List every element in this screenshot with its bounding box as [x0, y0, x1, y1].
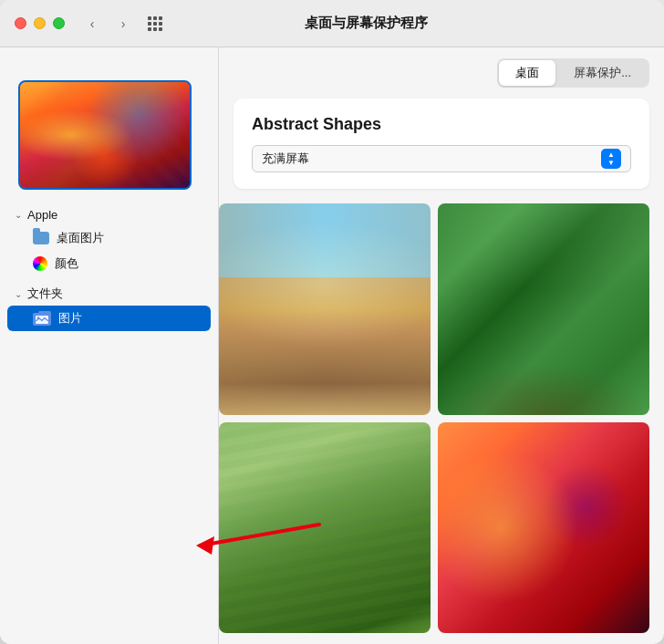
minimize-button[interactable]: [34, 17, 46, 29]
sidebar: ⌄ Apple 桌面图片 颜色 ⌄ 文件夹: [0, 47, 219, 644]
sidebar-item-pictures[interactable]: 图片: [7, 306, 211, 331]
chevron-down-icon-2: ⌄: [15, 289, 22, 299]
chevron-down-icon: ⌄: [15, 210, 22, 220]
traffic-lights: [15, 17, 65, 29]
sidebar-item-desktop-pics-label: 桌面图片: [57, 230, 104, 246]
tab-screensaver[interactable]: 屏幕保护...: [557, 60, 648, 86]
main-content: ⌄ Apple 桌面图片 颜色 ⌄ 文件夹: [0, 47, 664, 644]
tabs-container: 桌面 屏幕保护...: [497, 58, 649, 88]
sidebar-item-colors-label: 颜色: [55, 255, 78, 272]
preview-image: [20, 82, 190, 188]
gallery-image-4: [438, 422, 649, 634]
sidebar-item-pictures-label: 图片: [58, 310, 82, 327]
gallery-grid: [219, 203, 649, 633]
gallery-item-1[interactable]: [219, 203, 431, 415]
right-panel: 桌面 屏幕保护... Abstract Shapes 充满屏幕 ▲ ▼: [219, 47, 664, 644]
tab-desktop[interactable]: 桌面: [499, 60, 555, 86]
colorwheel-icon: [33, 256, 47, 271]
gallery-image-2: [438, 203, 649, 415]
content-card: Abstract Shapes 充满屏幕 ▲ ▼: [233, 99, 649, 189]
fill-selector: 充满屏幕 ▲ ▼: [252, 145, 631, 172]
pictures-folder-icon: [33, 311, 51, 326]
tabs-area: 桌面 屏幕保护...: [219, 47, 664, 88]
folder-icon: [33, 232, 49, 244]
close-button[interactable]: [15, 17, 26, 29]
maximize-button[interactable]: [53, 17, 65, 29]
sidebar-group-folder[interactable]: ⌄ 文件夹: [7, 282, 211, 306]
fill-dropdown[interactable]: 充满屏幕 ▲ ▼: [252, 145, 631, 172]
wallpaper-preview[interactable]: [18, 80, 192, 190]
fill-dropdown-arrows-icon: ▲ ▼: [601, 149, 621, 169]
preview-area: [0, 62, 218, 204]
sidebar-item-desktop-pics[interactable]: 桌面图片: [7, 225, 211, 251]
gallery-image-1: [219, 203, 431, 415]
svg-point-10: [37, 317, 39, 318]
sidebar-tree: ⌄ Apple 桌面图片 颜色 ⌄ 文件夹: [0, 204, 218, 331]
sidebar-group-folder-label: 文件夹: [27, 286, 63, 302]
wallpaper-name: Abstract Shapes: [252, 115, 631, 134]
gallery-item-3[interactable]: [219, 422, 431, 634]
gallery-area: [219, 196, 664, 644]
gallery-image-3: [219, 422, 431, 634]
fill-dropdown-label: 充满屏幕: [262, 151, 309, 167]
gallery-item-4[interactable]: [438, 422, 649, 634]
window-title: 桌面与屏幕保护程序: [83, 15, 649, 32]
titlebar: ‹ › 桌面与屏幕保护程序: [0, 0, 664, 47]
gallery-item-2[interactable]: [438, 203, 649, 415]
sidebar-group-apple[interactable]: ⌄ Apple: [7, 204, 211, 225]
sidebar-group-apple-label: Apple: [27, 208, 57, 222]
chevron-down-icon-3: ▼: [607, 160, 615, 167]
sidebar-item-colors[interactable]: 颜色: [7, 251, 211, 276]
app-window: ‹ › 桌面与屏幕保护程序: [0, 0, 664, 644]
chevron-up-icon: ▲: [607, 151, 615, 159]
